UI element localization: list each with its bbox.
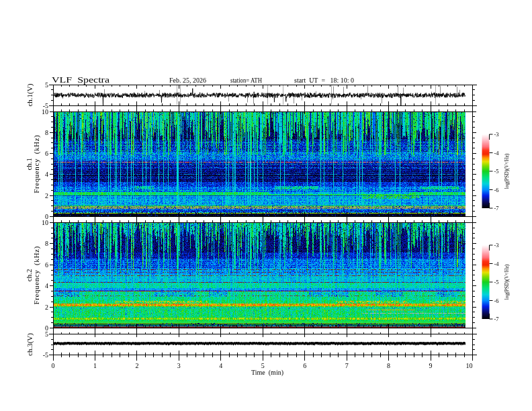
- svg-text:2: 2: [45, 192, 48, 199]
- svg-text:-6: -6: [494, 187, 499, 193]
- svg-text:8: 8: [387, 362, 390, 369]
- svg-text:-4: -4: [494, 150, 500, 156]
- svg-text:VLF Spectra: VLF Spectra: [52, 75, 110, 85]
- svg-text:ch.3(V): ch.3(V): [26, 333, 34, 356]
- svg-text:log(PSD)(V2/Hz): log(PSD)(V2/Hz): [504, 264, 510, 300]
- svg-text:station= ATH: station= ATH: [230, 77, 262, 84]
- svg-text:4: 4: [219, 362, 222, 369]
- svg-text:start UT = 18: 10: 0: start UT = 18: 10: 0: [294, 77, 354, 84]
- svg-text:8: 8: [45, 129, 48, 136]
- svg-text:Time (min): Time (min): [251, 369, 283, 377]
- svg-text:0: 0: [45, 213, 48, 220]
- svg-text:Frequency (kHz): Frequency (kHz): [32, 246, 41, 304]
- svg-text:6: 6: [45, 261, 48, 269]
- svg-text:3: 3: [177, 362, 181, 369]
- svg-text:2: 2: [45, 304, 48, 311]
- svg-text:-3: -3: [494, 131, 499, 138]
- svg-text:-5: -5: [494, 168, 499, 175]
- svg-text:-7: -7: [494, 205, 499, 212]
- svg-text:1: 1: [93, 362, 97, 369]
- svg-text:ch.1(V): ch.1(V): [26, 83, 34, 106]
- svg-text:0: 0: [52, 362, 55, 369]
- svg-text:4: 4: [45, 171, 48, 178]
- svg-text:9: 9: [429, 362, 433, 369]
- svg-text:-4: -4: [494, 261, 500, 267]
- svg-text:-3: -3: [494, 242, 499, 248]
- svg-text:-5: -5: [43, 351, 48, 359]
- svg-text:Feb. 25, 2026: Feb. 25, 2026: [169, 77, 206, 84]
- svg-text:-7: -7: [494, 316, 499, 322]
- svg-text:Frequency (kHz): Frequency (kHz): [32, 135, 41, 193]
- svg-text:-5: -5: [494, 279, 499, 285]
- svg-text:5: 5: [45, 81, 48, 89]
- svg-text:-6: -6: [494, 298, 499, 304]
- svg-text:0: 0: [45, 324, 48, 332]
- svg-text:4: 4: [45, 282, 48, 289]
- svg-text:7: 7: [345, 362, 349, 369]
- svg-text:10: 10: [466, 362, 473, 369]
- svg-text:6: 6: [303, 362, 306, 369]
- svg-text:10: 10: [42, 108, 48, 116]
- svg-text:8: 8: [45, 240, 48, 247]
- svg-text:2: 2: [135, 362, 138, 369]
- svg-text:6: 6: [45, 150, 48, 157]
- svg-text:log(PSD)(V2/Hz): log(PSD)(V2/Hz): [504, 153, 510, 189]
